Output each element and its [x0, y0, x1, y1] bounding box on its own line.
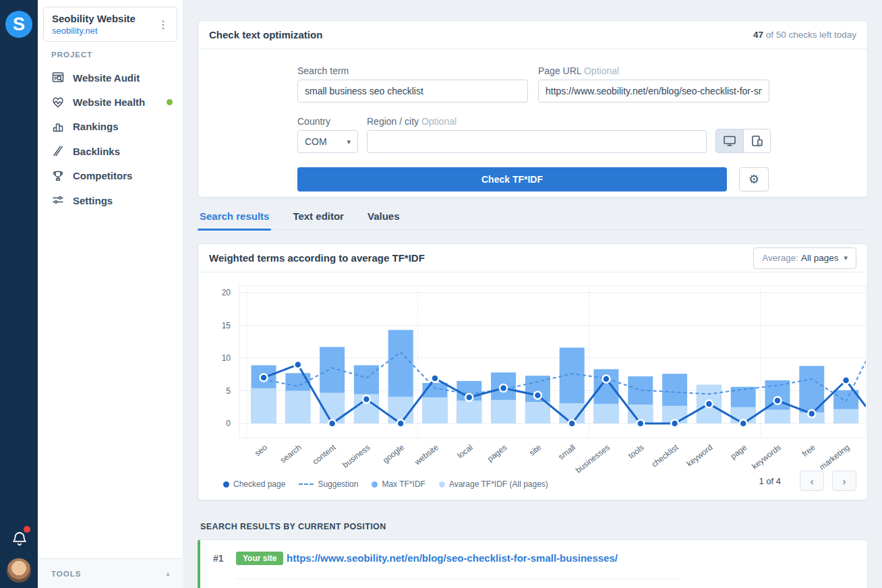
- checked-page-marker: [705, 400, 713, 407]
- region-label: Region / city Optional: [367, 116, 457, 127]
- check-text-optimization-panel: Check text optimization 47 of 50 checks …: [198, 20, 868, 198]
- seobility-logo-icon[interactable]: S: [5, 11, 32, 38]
- tab-values[interactable]: Values: [365, 209, 402, 229]
- panel-title: Check text optimization: [209, 29, 322, 40]
- tab-search-results[interactable]: Search results: [198, 209, 271, 229]
- settings-gear-button[interactable]: ⚙: [739, 167, 769, 192]
- tab-text-editor[interactable]: Text editor: [291, 209, 346, 229]
- collapse-caret-icon: ▲: [165, 570, 171, 577]
- y-tick-label: 10: [222, 353, 231, 363]
- legend-dot-icon: [439, 481, 445, 488]
- chevron-down-icon: ▾: [347, 138, 351, 146]
- desktop-toggle-button[interactable]: [716, 129, 743, 152]
- legend-avg-tfidf: Avarage TF*IDF (All pages): [439, 479, 548, 489]
- x-category-label: businesses: [574, 442, 612, 473]
- legend-max-tfidf: Max TF*IDF: [372, 479, 425, 489]
- bell-icon: [11, 530, 28, 548]
- x-category-label: content: [311, 442, 338, 467]
- sidebar-item-label: Competitors: [73, 170, 132, 181]
- legend-dash-icon: [299, 483, 314, 485]
- mobile-toggle-button[interactable]: [743, 129, 770, 152]
- search-term-input[interactable]: [297, 80, 528, 102]
- device-toggle-group: [715, 129, 771, 153]
- checked-page-marker: [671, 420, 678, 428]
- notifications-button[interactable]: [11, 530, 28, 548]
- chart-pager: 1 of 4 ‹ ›: [759, 471, 856, 491]
- tools-section-toggle[interactable]: TOOLS ▲: [38, 558, 183, 588]
- sidebar-item-competitors[interactable]: Competitors: [38, 164, 183, 188]
- checked-page-marker: [740, 420, 747, 428]
- checked-page-marker: [534, 392, 541, 399]
- y-tick-label: 0: [226, 419, 231, 428]
- result-url-link[interactable]: https://www.seobility.net/en/blog/seo-ch…: [287, 552, 618, 564]
- checks-quota: 47 of 50 checks left today: [753, 30, 856, 40]
- x-category-label: local: [456, 442, 475, 460]
- x-category-label: website: [412, 442, 440, 467]
- x-category-label: small: [556, 442, 577, 461]
- y-tick-label: 15: [222, 321, 231, 330]
- bar-avg-tfidf: [525, 402, 550, 423]
- x-category-label: keyword: [684, 442, 714, 469]
- sidebar-item-backlinks[interactable]: Backlinks: [38, 139, 183, 163]
- country-label: Country: [297, 116, 330, 127]
- backlinks-icon: [51, 144, 65, 158]
- project-domain[interactable]: seobility.net: [52, 25, 170, 36]
- sidebar-item-website-audit[interactable]: Website Audit: [38, 65, 183, 90]
- checked-page-marker: [260, 374, 268, 382]
- region-city-input[interactable]: [367, 130, 707, 153]
- legend-checked-page: Checked page: [223, 479, 285, 489]
- result-position: #1: [213, 553, 224, 564]
- app-rail: S: [0, 0, 38, 588]
- x-category-label: keywords: [750, 442, 783, 471]
- pager-next-button[interactable]: ›: [832, 471, 856, 491]
- x-category-label: search: [278, 442, 303, 465]
- project-menu-kebab-icon[interactable]: ⋮: [155, 17, 171, 32]
- checked-page-marker: [842, 376, 850, 384]
- country-select[interactable]: COM ▾: [297, 130, 358, 153]
- search-result-row: #1 Your site https://www.seobility.net/e…: [198, 539, 868, 588]
- tfidf-chart: 05101520seosearchcontentbusinessgooglewe…: [204, 274, 869, 473]
- bar-avg-tfidf: [833, 409, 858, 423]
- sidebar-item-rankings[interactable]: Rankings: [38, 115, 183, 139]
- x-category-label: pages: [486, 442, 508, 463]
- result-divider: [236, 579, 681, 579]
- sidebar-item-website-health[interactable]: Website Health: [38, 90, 183, 114]
- checked-page-marker: [294, 361, 301, 368]
- quota-value: 47: [753, 30, 763, 40]
- mobile-tablet-icon: [751, 135, 764, 147]
- legend-dot-icon: [223, 481, 229, 488]
- sidebar-item-settings[interactable]: Settings: [38, 188, 183, 212]
- checked-page-marker: [637, 420, 644, 428]
- x-category-label: free: [800, 442, 817, 459]
- bar-avg-tfidf: [423, 397, 448, 423]
- page-url-label: Page URL Optional: [538, 65, 619, 76]
- average-prefix: Average:: [762, 253, 798, 263]
- chevron-down-icon: ▾: [844, 254, 848, 262]
- project-sidebar: Seobility Website seobility.net ⋮ PROJEC…: [38, 0, 183, 588]
- page-url-input[interactable]: [538, 80, 769, 102]
- checked-page-marker: [328, 420, 336, 428]
- pager-prev-button[interactable]: ‹: [800, 471, 824, 491]
- bar-avg-tfidf: [457, 401, 481, 423]
- checked-page-marker: [363, 396, 370, 403]
- checked-page-marker: [465, 394, 473, 401]
- checked-page-marker: [500, 384, 507, 392]
- notification-badge-dot: [24, 526, 30, 533]
- health-status-dot: [167, 99, 173, 105]
- project-switcher[interactable]: Seobility Website seobility.net ⋮: [43, 7, 177, 42]
- competitors-icon: [51, 169, 65, 183]
- x-category-label: marketing: [817, 442, 851, 471]
- results-tabs: Search results Text editor Values: [198, 209, 868, 230]
- legend-suggestion: Suggestion: [299, 479, 358, 489]
- user-avatar[interactable]: [7, 558, 31, 583]
- tools-label: TOOLS: [51, 570, 81, 578]
- main-content: Check text optimization 47 of 50 checks …: [183, 0, 882, 588]
- x-category-label: seo: [253, 442, 269, 458]
- checked-page-marker: [603, 376, 610, 383]
- check-tfidf-button[interactable]: Check TF*IDF: [297, 167, 727, 192]
- search-term-label: Search term: [297, 65, 349, 76]
- pager-label: 1 of 4: [759, 476, 781, 486]
- average-select[interactable]: Average: All pages ▾: [753, 247, 856, 269]
- bar-avg-tfidf: [491, 400, 516, 423]
- average-value: All pages: [801, 253, 839, 263]
